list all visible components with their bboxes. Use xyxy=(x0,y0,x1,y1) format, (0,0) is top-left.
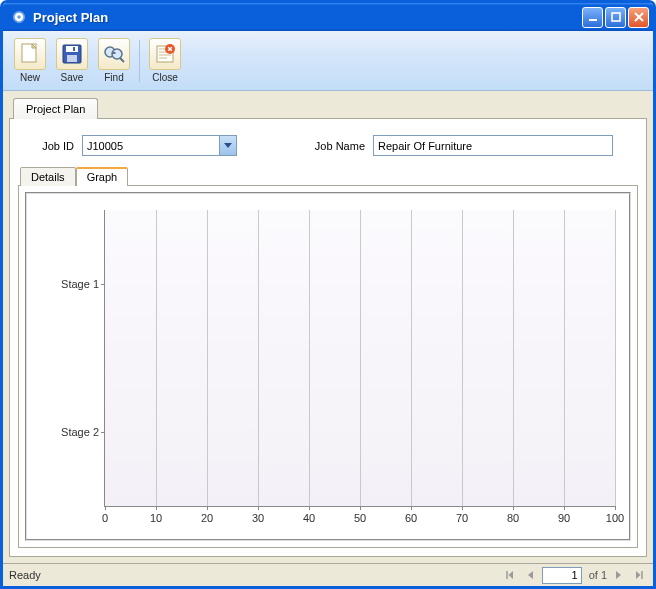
svg-rect-7 xyxy=(67,55,77,62)
gridline xyxy=(258,210,259,506)
status-text: Ready xyxy=(9,569,502,581)
x-tick-label: 90 xyxy=(558,512,570,524)
last-page-icon[interactable] xyxy=(631,567,647,583)
toolbar: New Save Find Close xyxy=(3,31,653,91)
x-tick-label: 0 xyxy=(102,512,108,524)
y-tick xyxy=(101,284,105,285)
chevron-down-icon[interactable] xyxy=(219,136,236,155)
x-tick-label: 20 xyxy=(201,512,213,524)
x-tick-label: 40 xyxy=(303,512,315,524)
window-controls xyxy=(582,7,649,28)
svg-rect-11 xyxy=(112,52,116,54)
x-tick xyxy=(411,506,412,510)
chart: 0102030405060708090100Stage 1Stage 2 xyxy=(27,194,629,539)
close-label: Close xyxy=(152,72,178,83)
x-tick-label: 30 xyxy=(252,512,264,524)
y-tick xyxy=(101,432,105,433)
app-icon xyxy=(11,9,27,25)
svg-point-1 xyxy=(17,15,21,19)
close-window-button[interactable]: Close xyxy=(144,34,186,88)
job-id-combobox[interactable]: J10005 xyxy=(82,135,237,156)
new-button[interactable]: New xyxy=(9,34,51,88)
gridline xyxy=(462,210,463,506)
tab-graph[interactable]: Graph xyxy=(76,167,129,186)
svg-rect-2 xyxy=(589,19,597,21)
form-row: Job ID J10005 Job Name xyxy=(16,125,640,162)
svg-rect-8 xyxy=(73,47,75,51)
save-icon xyxy=(56,38,88,70)
find-button[interactable]: Find xyxy=(93,34,135,88)
x-tick xyxy=(309,506,310,510)
inner-tabs: Details Graph xyxy=(20,166,638,185)
x-tick xyxy=(105,506,106,510)
x-tick xyxy=(462,506,463,510)
x-tick-label: 70 xyxy=(456,512,468,524)
x-tick xyxy=(615,506,616,510)
x-tick-label: 100 xyxy=(606,512,624,524)
find-label: Find xyxy=(104,72,123,83)
new-icon xyxy=(14,38,46,70)
chart-container: 0102030405060708090100Stage 1Stage 2 xyxy=(25,192,631,541)
x-tick xyxy=(207,506,208,510)
y-tick-label: Stage 1 xyxy=(61,278,99,290)
save-label: Save xyxy=(61,72,84,83)
close-icon xyxy=(149,38,181,70)
x-tick xyxy=(360,506,361,510)
next-page-icon[interactable] xyxy=(611,567,627,583)
job-id-label: Job ID xyxy=(26,140,74,152)
x-tick-label: 60 xyxy=(405,512,417,524)
tab-details[interactable]: Details xyxy=(20,167,76,186)
window: Project Plan New Save Find xyxy=(0,0,656,589)
maximize-button[interactable] xyxy=(605,7,626,28)
gridline xyxy=(411,210,412,506)
x-tick-label: 50 xyxy=(354,512,366,524)
main-area: Project Plan Job ID J10005 Job Name Deta… xyxy=(3,91,653,563)
gridline xyxy=(564,210,565,506)
x-tick-label: 80 xyxy=(507,512,519,524)
y-tick-label: Stage 2 xyxy=(61,426,99,438)
close-button[interactable] xyxy=(628,7,649,28)
x-tick-label: 10 xyxy=(150,512,162,524)
inner-tab-wrap: Details Graph 0102030405060708090100Stag… xyxy=(18,166,638,548)
page-input[interactable] xyxy=(542,567,582,584)
svg-rect-6 xyxy=(66,46,78,52)
gridline xyxy=(207,210,208,506)
first-page-icon[interactable] xyxy=(502,567,518,583)
x-tick xyxy=(258,506,259,510)
x-tick xyxy=(564,506,565,510)
titlebar[interactable]: Project Plan xyxy=(3,3,653,31)
gridline xyxy=(615,210,616,506)
job-name-field[interactable] xyxy=(373,135,613,156)
minimize-button[interactable] xyxy=(582,7,603,28)
gridline xyxy=(309,210,310,506)
new-label: New xyxy=(20,72,40,83)
gridline xyxy=(360,210,361,506)
inner-panel: 0102030405060708090100Stage 1Stage 2 xyxy=(18,185,638,548)
outer-tabs: Project Plan xyxy=(13,97,647,118)
gridline xyxy=(156,210,157,506)
tab-project-plan[interactable]: Project Plan xyxy=(13,98,98,119)
x-tick xyxy=(513,506,514,510)
outer-panel: Job ID J10005 Job Name Details Graph xyxy=(9,118,647,557)
toolbar-separator xyxy=(139,40,140,82)
job-id-value: J10005 xyxy=(83,140,219,152)
window-title: Project Plan xyxy=(31,10,582,25)
svg-rect-3 xyxy=(612,13,620,21)
x-tick xyxy=(156,506,157,510)
save-button[interactable]: Save xyxy=(51,34,93,88)
page-of-label: of 1 xyxy=(586,569,607,581)
pager: of 1 xyxy=(502,567,647,584)
plot-area: 0102030405060708090100Stage 1Stage 2 xyxy=(104,210,615,507)
find-icon xyxy=(98,38,130,70)
job-name-label: Job Name xyxy=(305,140,365,152)
gridline xyxy=(513,210,514,506)
statusbar: Ready of 1 xyxy=(3,563,653,586)
prev-page-icon[interactable] xyxy=(522,567,538,583)
